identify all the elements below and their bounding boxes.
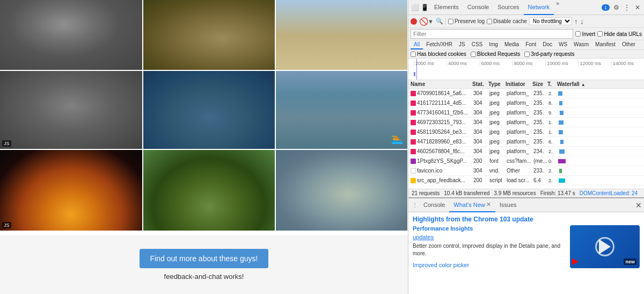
table-row[interactable]: 45811905264_be3... 304 jpeg platform_ 23… bbox=[408, 127, 644, 137]
close-devtools-icon[interactable]: ✕ bbox=[633, 3, 642, 12]
bottom-tab-issues[interactable]: Issues bbox=[495, 198, 521, 212]
type-tab-manifest[interactable]: Manifest bbox=[592, 40, 619, 49]
requests-count: 21 requests bbox=[412, 190, 440, 196]
tab-sources[interactable]: Sources bbox=[493, 0, 523, 15]
finish-time: Finish: 13.47 s bbox=[540, 190, 575, 196]
table-row[interactable]: 46025678804_f8c... 304 jpeg platform_ 23… bbox=[408, 147, 644, 156]
whats-new-header: Highlights from the Chrome 103 update bbox=[408, 212, 644, 225]
row-icon-font bbox=[411, 159, 416, 164]
inspect-icon[interactable]: ⬜ bbox=[411, 3, 419, 12]
disable-cache-label[interactable]: Disable cache bbox=[487, 18, 527, 24]
settings-icon[interactable]: ⚙ bbox=[612, 3, 620, 12]
type-tab-img[interactable]: Img bbox=[486, 40, 501, 49]
tab-network[interactable]: Network bbox=[524, 0, 554, 15]
row-icon-script bbox=[411, 178, 416, 183]
type-tab-font[interactable]: Font bbox=[522, 40, 539, 49]
type-tab-all[interactable]: All bbox=[411, 40, 423, 49]
more-tabs[interactable]: » bbox=[554, 0, 561, 15]
bottom-menu-icon[interactable]: ⋮ bbox=[411, 201, 419, 210]
tab-console[interactable]: Console bbox=[463, 0, 493, 15]
whats-new-body: Performance Insights updates Better zoom… bbox=[408, 225, 644, 294]
third-party-checkbox[interactable] bbox=[524, 52, 530, 57]
table-row[interactable]: 46972303215_793... 304 jpeg platform_ 23… bbox=[408, 118, 644, 127]
col-header-size[interactable]: Size bbox=[532, 81, 547, 87]
network-filter-bar: Invert Hide data URLs bbox=[408, 28, 644, 40]
table-row[interactable]: src_app_feedback... 200 script load scr.… bbox=[408, 176, 644, 185]
col-header-status[interactable]: Stat. bbox=[472, 81, 488, 87]
hide-data-urls-label[interactable]: Hide data URLs bbox=[597, 31, 642, 37]
has-blocked-cookies-checkbox[interactable] bbox=[411, 52, 416, 57]
type-tab-doc[interactable]: Doc bbox=[539, 40, 555, 49]
col-header-type[interactable]: Type bbox=[488, 81, 506, 87]
type-tab-fetch[interactable]: Fetch/XHR bbox=[423, 40, 456, 49]
bottom-tab-whats-new[interactable]: What's New ✕ bbox=[449, 198, 495, 212]
bottom-panel-close[interactable]: ✕ bbox=[635, 201, 642, 210]
transferred-size: 10.4 kB transferred bbox=[444, 190, 489, 196]
invert-label[interactable]: Invert bbox=[575, 31, 595, 37]
table-row[interactable]: 1Ptxg8zYS_SKggP... 200 font css?fam... (… bbox=[408, 156, 644, 166]
youtube-logo: ▶ bbox=[572, 256, 579, 266]
network-type-tabs: All Fetch/XHR JS CSS Img Media Font Doc … bbox=[408, 40, 644, 50]
third-party-label[interactable]: 3rd-party requests bbox=[524, 51, 574, 57]
network-timeline: 2000 ms 4000 ms 6000 ms 8000 ms 10000 ms… bbox=[408, 59, 644, 80]
network-options-bar: Has blocked cookies Blocked Requests 3rd… bbox=[408, 50, 644, 59]
photo-turtle bbox=[143, 0, 275, 70]
has-blocked-cookies-label[interactable]: Has blocked cookies bbox=[411, 51, 466, 57]
table-row[interactable]: 44718289960_e83... 304 jpeg platform_ 23… bbox=[408, 137, 644, 147]
type-tab-media[interactable]: Media bbox=[501, 40, 522, 49]
clear-button[interactable]: 🚫 bbox=[419, 18, 426, 25]
devtools-right-icons: 1 ⚙ ⋮ ✕ bbox=[599, 3, 642, 12]
type-tab-ws[interactable]: WS bbox=[555, 40, 570, 49]
throttling-select[interactable]: No throttling bbox=[529, 17, 572, 25]
table-row[interactable]: 47099018614_5a6... 304 jpeg platform_ 23… bbox=[408, 89, 644, 98]
col-header-waterfall[interactable]: Waterfall ▲ bbox=[557, 81, 642, 87]
devtools-toolbar: ⬜ 📱 Elements Console Sources Network » 1… bbox=[408, 0, 644, 15]
filter-input[interactable] bbox=[411, 29, 573, 39]
preserve-log-label[interactable]: Preserve log bbox=[448, 18, 485, 24]
timeline-mark-6000: 6000 ms bbox=[480, 61, 513, 66]
device-mode-icon[interactable]: 📱 bbox=[420, 3, 429, 12]
whats-new-video[interactable]: ▶ new bbox=[570, 225, 640, 268]
find-out-more-button[interactable]: Find out more about these guys! bbox=[140, 249, 269, 268]
type-tab-js[interactable]: JS bbox=[456, 40, 469, 49]
js-badge: JS bbox=[2, 140, 11, 147]
type-tab-wasm[interactable]: Wasm bbox=[570, 40, 592, 49]
bottom-tab-console[interactable]: Console bbox=[419, 198, 449, 212]
col-header-name[interactable]: Name bbox=[411, 81, 472, 87]
col-header-initiator[interactable]: Initiator bbox=[506, 81, 532, 87]
table-row[interactable]: 41617221114_4d5... 304 jpeg platform_ 23… bbox=[408, 98, 644, 108]
domcontent-line bbox=[416, 59, 417, 80]
table-row[interactable]: 47734160411_f2b6... 304 jpeg platform_ 2… bbox=[408, 108, 644, 118]
preserve-log-checkbox[interactable] bbox=[448, 19, 453, 24]
perf-insights-link[interactable]: updates bbox=[413, 234, 565, 240]
type-tab-other[interactable]: Other bbox=[619, 40, 639, 49]
video-label: new bbox=[624, 259, 636, 265]
perf-insights-title: Performance Insights bbox=[413, 225, 565, 232]
row-icon-jpeg bbox=[411, 110, 416, 116]
table-row[interactable]: favicon.ico 304 vnd. Other 233. 2. bbox=[408, 166, 644, 176]
row-icon-ico bbox=[411, 168, 416, 174]
disable-cache-checkbox[interactable] bbox=[487, 19, 492, 24]
type-tab-css[interactable]: CSS bbox=[469, 40, 486, 49]
diver-icon: 🏊 bbox=[391, 133, 403, 145]
customize-icon[interactable]: ⋮ bbox=[623, 3, 631, 12]
row-icon-jpeg bbox=[411, 91, 416, 96]
improved-color-picker-link[interactable]: Improved color picker bbox=[413, 262, 565, 268]
record-button[interactable] bbox=[411, 18, 417, 25]
gallery-footer: Find out more about these guys! feedback… bbox=[0, 235, 408, 294]
row-icon-jpeg bbox=[411, 139, 416, 145]
col-header-time[interactable]: T. bbox=[547, 81, 557, 87]
photo-sunset-horse: JS bbox=[0, 150, 142, 231]
issues-badge: 1 bbox=[602, 4, 610, 11]
perf-insights-desc: Better zoom control, improved display in… bbox=[413, 242, 565, 257]
photo-sea-grass bbox=[143, 150, 275, 231]
blocked-requests-label[interactable]: Blocked Requests bbox=[471, 51, 521, 57]
hide-data-urls-checkbox[interactable] bbox=[597, 31, 603, 37]
whats-new-text: Performance Insights updates Better zoom… bbox=[413, 225, 565, 294]
photo-bird: JS bbox=[0, 71, 142, 149]
whats-new-close[interactable]: ✕ bbox=[486, 201, 491, 208]
resources-size: 3.9 MB resources bbox=[494, 190, 536, 196]
tab-elements[interactable]: Elements bbox=[430, 0, 463, 15]
blocked-requests-checkbox[interactable] bbox=[471, 52, 476, 57]
invert-checkbox[interactable] bbox=[575, 31, 581, 37]
